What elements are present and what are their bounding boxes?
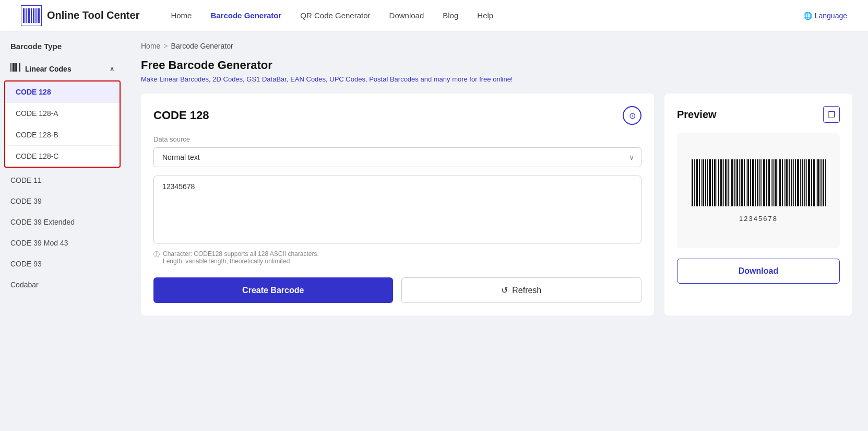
- copy-button[interactable]: ❐: [823, 106, 840, 123]
- svg-rect-27: [718, 159, 719, 206]
- breadcrumb-home[interactable]: Home: [141, 42, 160, 50]
- sidebar-item-code39ext[interactable]: CODE 39 Extended: [0, 212, 125, 232]
- svg-rect-71: [817, 159, 819, 206]
- nav-home[interactable]: Home: [171, 11, 192, 20]
- logo-text: Online Tool Center: [47, 9, 139, 21]
- svg-rect-12: [16, 63, 17, 72]
- settings-icon: ⊙: [629, 111, 636, 121]
- svg-rect-37: [741, 159, 743, 206]
- nav-barcode-generator[interactable]: Barcode Generator: [210, 11, 281, 20]
- svg-rect-4: [31, 8, 32, 23]
- svg-rect-20: [703, 159, 704, 206]
- svg-rect-67: [808, 159, 810, 206]
- globe-icon: 🌐: [803, 11, 812, 20]
- svg-rect-35: [736, 159, 738, 206]
- svg-rect-7: [38, 8, 40, 23]
- subtitle-text-3: and many more for free online!: [419, 75, 513, 83]
- sidebar-item-code128b[interactable]: CODE 128-B: [5, 124, 120, 146]
- svg-rect-14: [19, 63, 20, 72]
- svg-rect-43: [755, 159, 756, 206]
- tool-area: CODE 128 ⊙ Data source Normal text Hexad…: [141, 94, 852, 316]
- svg-rect-38: [744, 159, 745, 206]
- info-icon: ⓘ: [153, 250, 160, 265]
- svg-rect-17: [696, 159, 698, 206]
- generator-header: CODE 128 ⊙: [153, 106, 641, 125]
- svg-rect-57: [786, 159, 788, 206]
- svg-rect-9: [12, 63, 13, 72]
- svg-rect-39: [746, 159, 746, 206]
- generator-panel: CODE 128 ⊙ Data source Normal text Hexad…: [141, 94, 654, 316]
- preview-panel: Preview ❐: [664, 94, 852, 316]
- sidebar-section-header-linear-codes[interactable]: Linear Codes ∧: [0, 59, 125, 78]
- svg-rect-40: [747, 159, 749, 206]
- barcode-small-icon: [10, 63, 21, 74]
- svg-rect-41: [750, 159, 751, 206]
- svg-rect-66: [806, 159, 807, 206]
- svg-rect-33: [731, 159, 733, 206]
- svg-rect-29: [723, 159, 724, 206]
- svg-rect-6: [35, 8, 37, 23]
- svg-rect-24: [712, 159, 713, 206]
- svg-rect-21: [705, 159, 706, 206]
- nav-blog[interactable]: Blog: [443, 11, 458, 20]
- header: Online Tool Center Home Barcode Generato…: [0, 0, 868, 31]
- sidebar-item-code128a[interactable]: CODE 128-A: [5, 103, 120, 124]
- nav-download[interactable]: Download: [389, 11, 424, 20]
- svg-rect-58: [789, 159, 790, 206]
- svg-rect-60: [793, 159, 794, 206]
- sidebar-item-code39mod43[interactable]: CODE 39 Mod 43: [0, 232, 125, 253]
- svg-rect-55: [782, 159, 783, 206]
- refresh-label: Refresh: [512, 286, 541, 295]
- sidebar-item-code93[interactable]: CODE 93: [0, 253, 125, 274]
- sidebar-title: Barcode Type: [0, 42, 125, 59]
- sidebar-item-code128c[interactable]: CODE 128-C: [5, 146, 120, 167]
- svg-rect-73: [823, 159, 824, 206]
- breadcrumb-current: Barcode Generator: [171, 42, 233, 50]
- svg-rect-56: [784, 159, 784, 206]
- page-title: Free Barcode Generator: [141, 59, 852, 72]
- svg-rect-49: [768, 159, 770, 206]
- svg-rect-70: [816, 159, 816, 206]
- language-selector[interactable]: 🌐 Language: [803, 11, 847, 20]
- data-source-select[interactable]: Normal text Hexadecimal Base64: [153, 147, 641, 167]
- svg-rect-61: [795, 159, 796, 206]
- barcode-preview-area: 12345678: [677, 133, 840, 248]
- barcode-input[interactable]: 12345678: [153, 176, 641, 243]
- settings-button[interactable]: ⊙: [623, 106, 641, 125]
- sidebar-item-code11[interactable]: CODE 11: [0, 170, 125, 191]
- help-text-line2: Length: variable length, theoretically u…: [163, 258, 319, 265]
- linear-codes-label: Linear Codes: [25, 65, 72, 73]
- sidebar-item-codabar[interactable]: Codabar: [0, 274, 125, 295]
- svg-rect-11: [15, 63, 16, 72]
- refresh-icon: ↺: [501, 285, 508, 295]
- download-button[interactable]: Download: [677, 259, 840, 284]
- svg-rect-2: [26, 8, 27, 23]
- svg-rect-23: [709, 159, 711, 206]
- buttons-row: Create Barcode ↺ Refresh: [153, 277, 641, 303]
- svg-rect-26: [717, 159, 717, 206]
- breadcrumb: Home > Barcode Generator: [141, 42, 852, 50]
- svg-rect-50: [771, 159, 771, 206]
- nav-qr-code-generator[interactable]: QR Code Generator: [300, 11, 370, 20]
- sidebar-items-box: CODE 128 CODE 128-A CODE 128-B CODE 128-…: [4, 80, 121, 168]
- sidebar-item-code39[interactable]: CODE 39: [0, 191, 125, 212]
- main-layout: Barcode Type Li: [0, 31, 868, 431]
- breadcrumb-separator: >: [163, 42, 168, 50]
- nav-help[interactable]: Help: [477, 11, 493, 20]
- svg-rect-65: [804, 159, 805, 206]
- svg-rect-44: [757, 159, 758, 206]
- logo-icon: [21, 5, 42, 26]
- nav: Home Barcode Generator QR Code Generator…: [171, 11, 847, 20]
- svg-rect-5: [33, 8, 34, 23]
- refresh-button[interactable]: ↺ Refresh: [401, 277, 642, 303]
- svg-rect-69: [813, 159, 815, 206]
- svg-rect-59: [791, 159, 792, 206]
- svg-rect-54: [779, 159, 781, 206]
- create-barcode-button[interactable]: Create Barcode: [153, 277, 393, 303]
- svg-rect-62: [797, 159, 799, 206]
- sidebar-item-code128[interactable]: CODE 128: [5, 81, 120, 103]
- svg-rect-31: [728, 159, 729, 206]
- svg-rect-47: [763, 159, 765, 206]
- help-text: ⓘ Character: CODE128 supports all 128 AS…: [153, 250, 641, 265]
- svg-rect-16: [694, 159, 695, 206]
